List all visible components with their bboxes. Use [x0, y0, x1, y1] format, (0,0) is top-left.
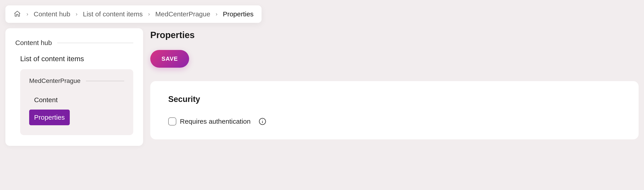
sidebar: Content hub List of content items MedCen… [6, 28, 143, 146]
sidebar-section-header: Content hub [15, 39, 133, 47]
page-title: Properties [150, 30, 638, 40]
divider-line [86, 81, 124, 81]
home-icon[interactable] [14, 10, 21, 18]
requires-auth-checkbox[interactable] [168, 117, 176, 126]
svg-point-2 [262, 120, 263, 120]
breadcrumb: › Content hub › List of content items › … [6, 5, 262, 23]
chevron-right-icon: › [26, 11, 28, 17]
breadcrumb-link-content-hub[interactable]: Content hub [34, 10, 70, 18]
sidebar-nested-panel: MedCenterPrague Content Properties [20, 69, 133, 135]
info-icon[interactable] [259, 118, 266, 125]
chevron-right-icon: › [216, 11, 217, 17]
security-card: Security Requires authentication [150, 81, 638, 139]
sidebar-item-list[interactable]: List of content items [20, 55, 133, 63]
divider-line [57, 43, 133, 43]
sidebar-nested-title: MedCenterPrague [29, 77, 80, 84]
sidebar-item-content[interactable]: Content [29, 92, 62, 108]
breadcrumb-current: Properties [223, 10, 254, 18]
requires-auth-row: Requires authentication [168, 117, 621, 126]
chevron-right-icon: › [76, 11, 78, 17]
breadcrumb-link-item[interactable]: MedCenterPrague [155, 10, 210, 18]
chevron-right-icon: › [148, 11, 150, 17]
sidebar-section-title: Content hub [15, 39, 52, 47]
sidebar-item-properties[interactable]: Properties [29, 110, 70, 125]
security-card-title: Security [168, 95, 621, 104]
main-content: Properties SAVE Security Requires authen… [150, 28, 638, 139]
requires-auth-label: Requires authentication [180, 118, 250, 125]
save-button[interactable]: SAVE [150, 50, 189, 68]
breadcrumb-link-list[interactable]: List of content items [83, 10, 143, 18]
sidebar-nested-header: MedCenterPrague [29, 77, 124, 84]
